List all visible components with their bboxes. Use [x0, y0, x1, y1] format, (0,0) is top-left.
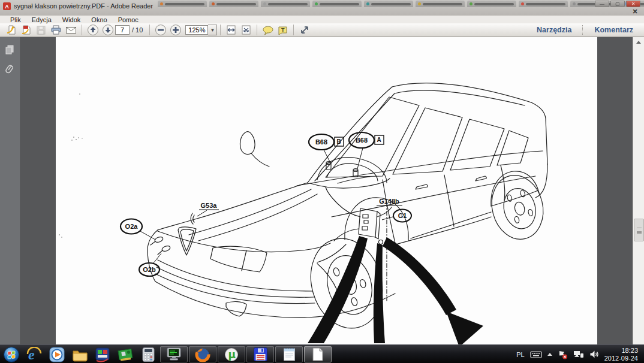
- label-b68-right: B68: [356, 137, 368, 144]
- network-icon[interactable]: [573, 350, 584, 359]
- vertical-scrollbar[interactable]: [633, 37, 644, 344]
- pdf-page[interactable]: B68 B B68 A G53a O2a O2b G148b G1: [56, 37, 597, 344]
- svg-text:µ: µ: [228, 349, 236, 361]
- utorrent-icon: µ: [224, 347, 239, 362]
- taskbar: e: [0, 344, 644, 363]
- fit-page-button[interactable]: [239, 24, 254, 36]
- show-hidden-icons-button[interactable]: [547, 353, 552, 356]
- background-tab: [467, 1, 516, 7]
- fit-width-button[interactable]: [224, 24, 239, 36]
- calculator-icon: [142, 347, 155, 362]
- background-tab: [416, 1, 465, 7]
- notepad-task[interactable]: [275, 346, 303, 362]
- floppy-app-task[interactable]: [246, 346, 274, 362]
- zoom-in-button[interactable]: [168, 24, 183, 36]
- document-area: B68 B B68 A G53a O2a O2b G148b G1: [0, 37, 644, 344]
- sticky-note-button[interactable]: [260, 24, 275, 36]
- arrow-up-icon: [87, 24, 99, 36]
- fullscreen-button[interactable]: [297, 24, 312, 36]
- start-orb-icon: [3, 346, 20, 363]
- page-number-input[interactable]: [115, 25, 130, 35]
- create-pdf-icon: [21, 25, 32, 35]
- menu-widok[interactable]: Widok: [57, 16, 86, 23]
- label-connector-a: A: [377, 137, 381, 143]
- menu-plik[interactable]: Plik: [5, 16, 26, 23]
- reader-close-button[interactable]: ✕: [631, 8, 639, 15]
- language-indicator[interactable]: PL: [516, 351, 524, 358]
- comment-panel-button[interactable]: Komentarz: [583, 26, 644, 34]
- action-center-flag-icon[interactable]: [558, 350, 568, 359]
- internet-explorer-launcher[interactable]: e: [23, 346, 46, 363]
- menu-edycja[interactable]: Edycja: [26, 16, 57, 23]
- zoom-out-button[interactable]: [153, 24, 168, 36]
- plus-icon: [170, 24, 182, 36]
- close-icon: ✕: [626, 1, 640, 7]
- label-g148b: G148b: [379, 198, 399, 205]
- label-b68-left: B68: [315, 138, 327, 146]
- start-button[interactable]: [0, 346, 23, 363]
- zoom-level-value[interactable]: 125%: [185, 25, 208, 35]
- label-connector-b: B: [336, 138, 341, 145]
- remote-console-task[interactable]: [160, 346, 188, 362]
- media-player-launcher[interactable]: [46, 346, 68, 363]
- highlight-text-button[interactable]: T: [275, 24, 290, 36]
- utorrent-task[interactable]: µ: [218, 346, 245, 362]
- page-thumbnails-button[interactable]: [0, 42, 20, 58]
- previous-page-button[interactable]: [85, 24, 100, 36]
- scrollbar-thumb[interactable]: [634, 219, 644, 241]
- svg-text:T: T: [281, 27, 285, 33]
- menu-pomoc[interactable]: Pomoc: [113, 16, 144, 23]
- background-tab: [158, 1, 207, 7]
- fit-width-icon: [225, 25, 237, 35]
- diagonal-arrows-icon: [299, 25, 310, 35]
- next-page-button[interactable]: [100, 24, 115, 36]
- menu-okno[interactable]: Okno: [86, 16, 112, 23]
- folder-icon: [72, 347, 88, 362]
- hardware-tool-launcher[interactable]: [114, 346, 137, 363]
- triangle-up-icon: [636, 41, 641, 44]
- scroll-up-button[interactable]: [633, 37, 644, 47]
- comment-bubble-icon: [262, 25, 274, 35]
- hardware-card-icon: [118, 347, 134, 362]
- tray-clock[interactable]: 18:23 2012-09-24: [604, 347, 638, 362]
- background-browser-tabs: [158, 1, 596, 7]
- explorer-launcher[interactable]: [68, 346, 91, 363]
- maximize-icon: ▢: [610, 1, 625, 7]
- document-icon: [311, 347, 324, 362]
- internet-explorer-icon: e: [26, 347, 42, 362]
- page-thumbnails-icon: [5, 44, 15, 56]
- label-g1: G1: [398, 212, 407, 219]
- background-tab: [519, 1, 568, 7]
- zoom-dropdown-button[interactable]: ▼: [208, 25, 217, 35]
- save-icon: [36, 25, 46, 35]
- firefox-task[interactable]: [189, 346, 216, 362]
- car-wiring-diagram: B68 B B68 A G53a O2a O2b G148b G1: [56, 37, 597, 344]
- speaker-icon[interactable]: [589, 350, 599, 359]
- notepad-icon: [282, 347, 296, 362]
- tools-panel-button[interactable]: Narzędzia: [526, 26, 582, 34]
- background-tab: [312, 1, 362, 7]
- calculator-launcher[interactable]: [137, 346, 160, 363]
- paperclip-icon: [5, 64, 16, 76]
- callout-arrows: [308, 236, 483, 344]
- open-button[interactable]: [4, 24, 19, 36]
- background-tab: [209, 1, 258, 7]
- adobe-reader-icon: A: [3, 2, 11, 10]
- keyboard-icon[interactable]: [530, 350, 542, 359]
- save-button[interactable]: [34, 24, 49, 36]
- tray-date: 2012-09-24: [604, 355, 638, 362]
- reader-title-bar[interactable]: — ▢ ✕ A sygnał klakson powietrzny.PDF - …: [0, 0, 644, 16]
- open-icon: [6, 25, 17, 35]
- desktop: — ▢ ✕ A sygnał klakson powietrzny.PDF - …: [0, 0, 644, 363]
- media-player-classic-launcher[interactable]: [91, 346, 114, 363]
- label-o2b: O2b: [143, 266, 156, 273]
- console-monitor-icon: [166, 347, 182, 362]
- minimize-icon: —: [595, 1, 609, 7]
- create-pdf-button[interactable]: [19, 24, 34, 36]
- print-icon: [50, 25, 62, 35]
- print-button[interactable]: [49, 24, 64, 36]
- attachments-button[interactable]: [0, 62, 20, 78]
- email-button[interactable]: [64, 24, 79, 36]
- highlight-text-icon: T: [277, 25, 289, 35]
- active-document-task[interactable]: [304, 346, 332, 362]
